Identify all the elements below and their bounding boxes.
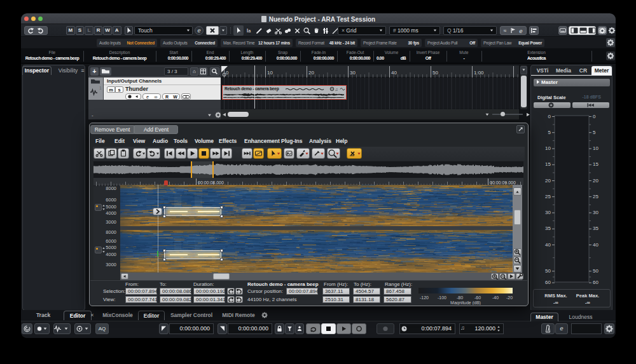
svg-text:60: 60 bbox=[593, 280, 598, 285]
svg-text:25: 25 bbox=[593, 194, 598, 199]
svg-text:30: 30 bbox=[593, 210, 598, 215]
svg-text:8000: 8000 bbox=[106, 186, 116, 191]
svg-text:5000: 5000 bbox=[106, 204, 116, 210]
svg-text:15: 15 bbox=[545, 161, 551, 167]
svg-text:Magnitude (dB): Magnitude (dB) bbox=[450, 300, 481, 305]
svg-text:5: 5 bbox=[548, 130, 551, 135]
svg-text:5000: 5000 bbox=[106, 245, 116, 250]
svg-text:1:00: 1:00 bbox=[474, 70, 484, 76]
svg-text:60: 60 bbox=[545, 280, 551, 285]
svg-text:-20: -20 bbox=[506, 295, 513, 300]
svg-text:00:00:09.000: 00:00:09.000 bbox=[490, 180, 516, 185]
svg-text:8000: 8000 bbox=[106, 229, 116, 235]
svg-text:0: 0 bbox=[593, 114, 596, 119]
svg-text:-80: -80 bbox=[457, 295, 463, 300]
svg-text:0: 0 bbox=[548, 114, 551, 119]
svg-text:25: 25 bbox=[545, 194, 551, 199]
svg-text:10: 10 bbox=[593, 145, 598, 151]
svg-text:≈: ≈ bbox=[504, 28, 507, 34]
svg-text:20: 20 bbox=[308, 70, 314, 76]
svg-text:4000: 4000 bbox=[106, 252, 116, 257]
svg-text:-40: -40 bbox=[492, 295, 499, 300]
svg-text:5: 5 bbox=[593, 130, 596, 135]
svg-text:4000: 4000 bbox=[106, 210, 116, 216]
svg-text:-120: -120 bbox=[420, 295, 429, 300]
svg-text:50: 50 bbox=[593, 268, 598, 274]
svg-text:35: 35 bbox=[593, 226, 598, 231]
svg-text:50: 50 bbox=[432, 70, 438, 76]
svg-text:40: 40 bbox=[545, 242, 551, 248]
svg-text:30: 30 bbox=[350, 70, 356, 76]
svg-text:35: 35 bbox=[545, 226, 551, 231]
svg-text:40: 40 bbox=[391, 70, 397, 76]
svg-text:3000: 3000 bbox=[106, 262, 116, 267]
svg-text:10: 10 bbox=[267, 70, 273, 76]
svg-text:6000: 6000 bbox=[106, 197, 116, 203]
svg-text:50: 50 bbox=[545, 268, 551, 274]
svg-text:20: 20 bbox=[545, 178, 551, 184]
svg-text:30: 30 bbox=[545, 210, 551, 215]
svg-text:10: 10 bbox=[545, 145, 551, 151]
svg-text:3000: 3000 bbox=[106, 219, 116, 225]
svg-text:15: 15 bbox=[593, 161, 598, 167]
svg-text:00:00:08.000: 00:00:08.000 bbox=[198, 180, 224, 185]
svg-text:-100: -100 bbox=[438, 295, 446, 300]
svg-text:♫: ♫ bbox=[335, 87, 338, 91]
svg-text:e: e bbox=[519, 28, 522, 34]
svg-text:20: 20 bbox=[593, 178, 598, 184]
svg-text:-60: -60 bbox=[474, 295, 481, 300]
svg-text:6000: 6000 bbox=[106, 238, 116, 244]
svg-text:40: 40 bbox=[593, 242, 598, 248]
